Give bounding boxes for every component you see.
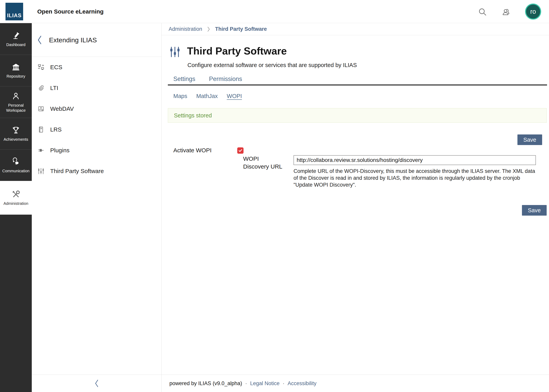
sidebar-item-personal-workspace[interactable]: Personal Workspace	[0, 86, 32, 118]
sidebar-item-label: Personal Workspace	[1, 103, 31, 113]
footer-separator: ·	[245, 380, 247, 386]
sidebar-item-administration[interactable]: Administration	[0, 181, 32, 215]
ecs-icon	[37, 63, 45, 71]
save-button-bottom[interactable]: Save	[522, 205, 547, 216]
page-footer: powered by ILIAS (v9.0_alpha) · Legal No…	[162, 375, 549, 392]
avatar-initials: ro	[530, 8, 536, 15]
trophy-icon	[11, 126, 21, 135]
sidebar-item-label: Administration	[1, 201, 31, 206]
success-message-text: Settings stored	[174, 112, 212, 119]
main-content: Administration Third Party Software Thir…	[162, 23, 549, 392]
sidebar-item-label: Achievements	[1, 137, 31, 142]
panel-item-lrs[interactable]: LRS	[32, 119, 161, 140]
panel-title: Extending ILIAS	[49, 23, 97, 57]
subtab-maps[interactable]: Maps	[173, 93, 187, 99]
accessibility-link[interactable]: Accessibility	[288, 380, 317, 386]
activate-wopi-label: Activate WOPI	[173, 147, 211, 154]
breadcrumb: Administration Third Party Software	[162, 23, 549, 35]
wopi-discovery-url-label: WOPI Discovery URL	[243, 155, 282, 170]
tab-settings[interactable]: Settings	[173, 76, 195, 84]
panel-item-lti[interactable]: LTI	[32, 78, 161, 98]
tab-bar: Settings Permissions	[168, 76, 547, 85]
sidebar-item-label: Communication	[1, 168, 31, 174]
sidebar-item-label: Repository	[1, 74, 31, 79]
breadcrumb-third-party-software[interactable]: Third Party Software	[215, 26, 267, 32]
ilias-logo[interactable]: ILIAS	[6, 3, 23, 20]
tab-permissions[interactable]: Permissions	[209, 76, 242, 84]
plug-icon	[37, 147, 45, 154]
ilias-app: ILIAS Open Source eLearning ro	[0, 0, 549, 392]
wopi-discovery-url-help: Complete URL of the WOPI-Discovery, this…	[294, 168, 538, 188]
footer-separator: ·	[283, 380, 284, 386]
panel-item-list: ECS LTI W	[32, 57, 161, 182]
repository-icon	[11, 62, 21, 72]
save-button-top[interactable]: Save	[517, 134, 542, 145]
page-subtitle: Configure external software or services …	[187, 62, 357, 68]
panel-item-label: WebDAV	[50, 105, 74, 112]
subtab-wopi[interactable]: WOPI	[227, 93, 242, 99]
activate-wopi-checkbox[interactable]	[237, 147, 244, 154]
chevron-right-icon	[206, 26, 211, 32]
panel-footer	[32, 375, 161, 392]
sidebar-item-communication[interactable]: Communication	[0, 149, 32, 181]
main-sidebar: Dashboard Repository Personal Workspace	[0, 23, 32, 392]
chat-bubbles-icon	[11, 157, 21, 166]
search-icon[interactable]	[478, 7, 487, 17]
panel-item-third-party-software[interactable]: Third Party Software	[32, 161, 161, 182]
top-bar: ILIAS Open Source eLearning ro	[0, 0, 549, 23]
extending-ilias-panel: Extending ILIAS ECS	[32, 23, 162, 392]
ilias-logo-text: ILIAS	[7, 13, 21, 19]
sidebar-item-repository[interactable]: Repository	[0, 55, 32, 86]
site-title: Open Source eLearning	[37, 0, 104, 23]
wopi-discovery-url-label-line1: WOPI	[243, 155, 282, 163]
wopi-discovery-url-input[interactable]	[294, 155, 536, 165]
legal-notice-link[interactable]: Legal Notice	[250, 380, 280, 386]
sliders-icon	[37, 167, 45, 175]
wopi-discovery-url-label-line2: Discovery URL	[243, 163, 282, 170]
sliders-icon	[169, 46, 181, 58]
tools-icon	[11, 189, 21, 199]
subtab-mathjax[interactable]: MathJax	[196, 93, 218, 99]
breadcrumb-administration[interactable]: Administration	[169, 26, 202, 32]
checkmark-icon	[238, 148, 243, 153]
sidebar-item-achievements[interactable]: Achievements	[0, 118, 32, 149]
user-avatar[interactable]: ro	[525, 4, 541, 20]
drive-upload-icon	[37, 105, 45, 112]
collapse-panel-chevron-icon[interactable]	[93, 378, 100, 388]
back-chevron-icon[interactable]	[36, 35, 43, 45]
panel-item-label: LRS	[50, 126, 62, 133]
panel-item-label: ECS	[50, 64, 62, 70]
panel-item-plugins[interactable]: Plugins	[32, 140, 161, 161]
powered-by-text: powered by ILIAS (v9.0_alpha)	[169, 380, 242, 386]
panel-item-label: Third Party Software	[50, 168, 104, 175]
success-message: Settings stored	[168, 108, 547, 123]
subtab-bar: Maps MathJax WOPI	[173, 93, 242, 99]
who-is-online-icon[interactable]	[501, 7, 511, 17]
page-title: Third Party Software	[187, 45, 287, 57]
person-icon	[11, 91, 21, 101]
panel-item-label: LTI	[50, 85, 58, 91]
paperclip-icon	[37, 84, 45, 92]
panel-header: Extending ILIAS	[32, 23, 161, 57]
panel-item-webdav[interactable]: WebDAV	[32, 98, 161, 119]
journal-icon	[37, 126, 45, 133]
panel-item-ecs[interactable]: ECS	[32, 57, 161, 78]
sidebar-item-dashboard[interactable]: Dashboard	[0, 23, 32, 55]
panel-item-label: Plugins	[50, 147, 69, 154]
lamp-icon	[11, 31, 21, 40]
sidebar-item-label: Dashboard	[1, 42, 31, 47]
